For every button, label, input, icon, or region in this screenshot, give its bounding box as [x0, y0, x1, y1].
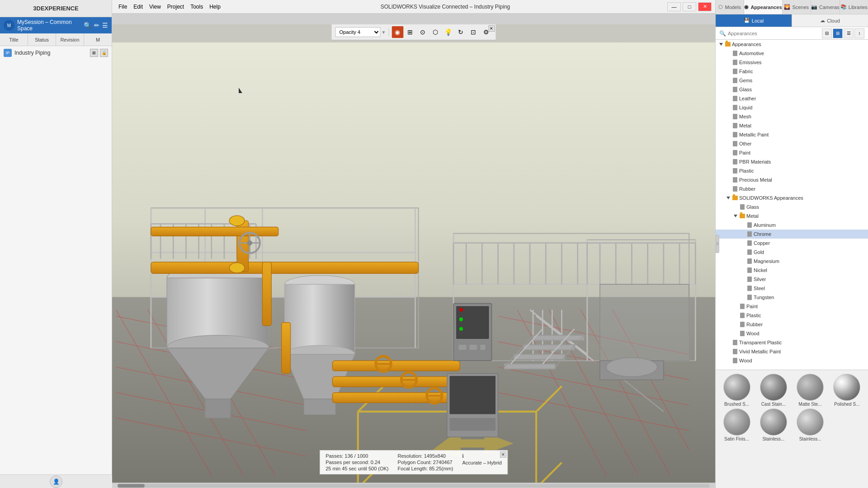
tab-local[interactable]: 💾 Local — [716, 14, 792, 27]
mat-stainless-1[interactable]: Stainless... — [756, 408, 791, 441]
close-button[interactable]: ✕ — [698, 2, 712, 11]
menu-bar[interactable]: File Edit View Project Tools Help — [116, 3, 223, 11]
tree-other[interactable]: Other — [716, 139, 868, 148]
tree-action-2[interactable]: 🔒 — [100, 49, 108, 57]
tree-precious-metal[interactable]: Precious Metal — [716, 175, 868, 184]
tree-action-1[interactable]: ⊞ — [90, 49, 98, 57]
tree-aluminum[interactable]: Aluminum — [716, 221, 868, 230]
mat-cast-stainless[interactable]: Cast Stain... — [756, 374, 791, 407]
maximize-button[interactable]: □ — [683, 2, 696, 11]
menu-view[interactable]: View — [146, 3, 164, 11]
menu-help[interactable]: Help — [207, 3, 223, 11]
tree-tungsten[interactable]: Tungsten — [716, 293, 868, 302]
svg-point-101 — [247, 240, 252, 245]
model-button[interactable]: ⬡ — [429, 26, 441, 38]
lights-button[interactable]: 💡 — [442, 26, 454, 38]
mat-polished-steel[interactable]: Polished S... — [830, 374, 864, 407]
tree-steel[interactable]: Steel — [716, 284, 868, 293]
tree-magnesium[interactable]: Magnesium — [716, 257, 868, 266]
resize-handle[interactable]: ⠿ — [716, 235, 719, 253]
tree-sw-metal[interactable]: Metal — [716, 211, 868, 221]
tree-sw-glass[interactable]: Glass — [716, 202, 868, 211]
tree-leather[interactable]: Leather — [716, 94, 868, 103]
title-bar: File Edit View Project Tools Help SOLIDW… — [112, 0, 715, 14]
toolbar-close-button[interactable]: ✕ — [488, 25, 495, 32]
tree-sw-paint[interactable]: Paint — [716, 302, 868, 311]
session-bar[interactable]: M MySession – Common Space 🔍 ✏ ☰ — [0, 17, 112, 33]
tree-glass[interactable]: Glass — [716, 85, 868, 94]
tree-emissives[interactable]: Emissives — [716, 58, 868, 67]
menu-file[interactable]: File — [116, 3, 130, 11]
tree-silver[interactable]: Silver — [716, 275, 868, 284]
tree-root[interactable]: Appearances — [716, 40, 868, 49]
refresh-button[interactable]: ↻ — [455, 26, 467, 38]
menu-project[interactable]: Project — [165, 3, 187, 11]
tab-appearances[interactable]: ◉ Appearances — [744, 0, 782, 14]
tree-mesh[interactable]: Mesh — [716, 112, 868, 121]
appearances-search-bar: 🔍 ⊟ ⊞ ☰ ↕ — [716, 27, 868, 40]
file-tree-item[interactable]: IP Industry Piping ⊞ 🔒 — [0, 46, 112, 60]
render-status-close[interactable]: ✕ — [500, 451, 506, 458]
cloud-icon: ☁ — [820, 18, 825, 23]
tree-solidworks-appearances[interactable]: SOLIDWORKS Appearances — [716, 193, 868, 202]
tree-pbr[interactable]: PBR Materials — [716, 157, 868, 166]
tree-metallic-paint[interactable]: Metallic Paint — [716, 130, 868, 139]
tree-metal[interactable]: Metal — [716, 121, 868, 130]
mat-stainless-2[interactable]: Stainless... — [793, 408, 828, 441]
tab-libraries[interactable]: 📚 Libraries — [840, 0, 868, 14]
notification-icon[interactable]: 👤 — [50, 475, 62, 488]
polygon-count: Polygon Count: 2740467 — [398, 460, 453, 465]
minimize-button[interactable]: — — [667, 2, 681, 11]
tree-fabric[interactable]: Fabric — [716, 67, 868, 76]
main-viewport[interactable]: Opacity 4 Opacity 1 Opacity 2 Opacity 3 … — [112, 24, 715, 488]
appearances-search-input[interactable] — [728, 31, 820, 36]
svg-point-108 — [459, 318, 463, 321]
tree-copper[interactable]: Copper — [716, 239, 868, 248]
tree-gems[interactable]: Gems — [716, 76, 868, 85]
opacity-select[interactable]: Opacity 4 Opacity 1 Opacity 2 Opacity 3 — [335, 27, 381, 37]
tree-gold[interactable]: Gold — [716, 248, 868, 257]
bookmark-session-button[interactable]: ✏ — [94, 22, 99, 29]
col-status: Status — [28, 33, 56, 46]
bottom-notification-bar: 👤 — [0, 474, 112, 488]
mat-brushed-steel[interactable]: Brushed S... — [719, 374, 754, 407]
tree-sw-rubber[interactable]: Rubber — [716, 320, 868, 329]
tree-transparent-plastic[interactable]: Transparent Plastic — [716, 338, 868, 347]
mat-matte-steel[interactable]: Matte Ste... — [793, 374, 828, 407]
tree-paint[interactable]: Paint — [716, 148, 868, 157]
tree-nickel[interactable]: Nickel — [716, 266, 868, 275]
tree-plastic[interactable]: Plastic — [716, 166, 868, 175]
view-btn-4[interactable]: ↕ — [854, 28, 864, 38]
view-btn-1[interactable]: ⊟ — [822, 28, 832, 38]
appearances-location-tabs: 💾 Local ☁ Cloud — [716, 14, 868, 27]
tab-cameras[interactable]: 📷 Cameras — [811, 0, 840, 14]
menu-tools[interactable]: Tools — [188, 3, 206, 11]
tree-liquid[interactable]: Liquid — [716, 103, 868, 112]
tab-scenes[interactable]: 🌄 Scenes — [783, 0, 811, 14]
tab-models[interactable]: ⬡ Models — [716, 0, 744, 14]
svg-rect-114 — [524, 345, 575, 350]
search-session-button[interactable]: 🔍 — [84, 22, 91, 29]
render-mode-button[interactable]: ◉ — [392, 26, 403, 38]
menu-edit[interactable]: Edit — [131, 3, 146, 11]
tree-wood[interactable]: Wood — [716, 356, 868, 365]
tree-chrome[interactable]: Chrome — [716, 230, 868, 239]
tree-vivid-metallic[interactable]: Vivid Metallic Paint — [716, 347, 868, 356]
tab-cloud[interactable]: ☁ Cloud — [792, 14, 868, 27]
tree-automotive[interactable]: Automotive — [716, 49, 868, 58]
view-btn-3[interactable]: ☰ — [844, 28, 854, 38]
view-btn-2[interactable]: ⊞ — [833, 28, 843, 38]
grid-button[interactable]: ⊞ — [404, 26, 416, 38]
tree-rubber[interactable]: Rubber — [716, 184, 868, 193]
h-scrollbar-thumb[interactable] — [118, 484, 145, 488]
menu-session-button[interactable]: ☰ — [102, 22, 108, 29]
mat-satin-finish[interactable]: Satin Finis... — [719, 408, 754, 441]
svg-rect-84 — [151, 227, 278, 236]
h-scrollbar[interactable] — [112, 483, 715, 488]
window-controls[interactable]: — □ ✕ — [667, 2, 712, 11]
svg-point-109 — [459, 327, 463, 331]
camera-button[interactable]: ⊙ — [417, 26, 429, 38]
tree-sw-plastic[interactable]: Plastic — [716, 311, 868, 320]
tree-sw-wood[interactable]: Wood — [716, 329, 868, 338]
render-button[interactable]: ⊡ — [467, 26, 479, 38]
